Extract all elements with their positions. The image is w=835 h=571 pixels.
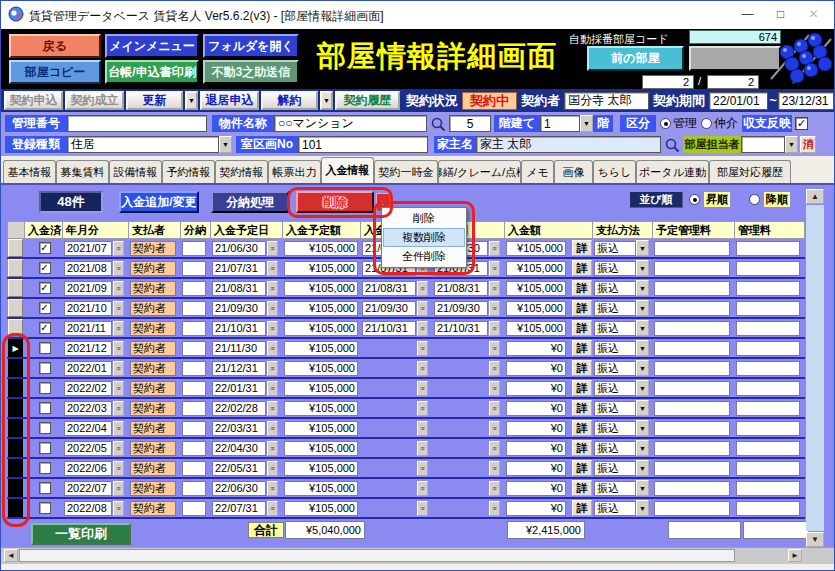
calendar-icon[interactable]: ≡ (489, 361, 500, 376)
calendar-icon[interactable]: ≡ (417, 341, 428, 356)
calendar-icon[interactable]: ≡ (113, 301, 124, 316)
fee-field[interactable] (736, 501, 800, 516)
paid-checkbox[interactable]: ✓ (39, 322, 51, 334)
calendar-icon[interactable]: ≡ (489, 281, 500, 296)
split-field[interactable] (182, 341, 206, 356)
scroll-left-icon[interactable]: ◄ (4, 549, 18, 562)
row-selector-cell[interactable] (8, 459, 23, 477)
due-date-field[interactable]: 21/06/30 (212, 241, 266, 256)
kanri-no-field[interactable] (67, 115, 207, 132)
row-selector[interactable] (7, 359, 25, 377)
process-date-field[interactable] (434, 441, 488, 456)
plan-fee-field[interactable] (654, 481, 730, 496)
month-field[interactable]: 2021/09 (64, 281, 112, 296)
staff-combo[interactable]: ▼ (741, 136, 798, 153)
fee-field[interactable] (736, 241, 800, 256)
chevron-down-icon[interactable]: ▼ (636, 300, 649, 316)
row-selector-cell[interactable] (8, 359, 23, 377)
method-combo[interactable]: 振込▼ (594, 260, 649, 276)
calendar-icon[interactable]: ≡ (417, 421, 428, 436)
prev-room-button[interactable]: 前の部屋 (587, 46, 684, 71)
calendar-icon[interactable]: ≡ (267, 501, 278, 516)
row-selector[interactable] (7, 479, 25, 497)
plan-fee-field[interactable] (654, 461, 730, 476)
calendar-icon[interactable]: ≡ (417, 381, 428, 396)
kubun-radio-chukai[interactable]: 仲介 (701, 115, 738, 132)
paid-checkbox[interactable]: ✓ (39, 242, 51, 254)
due-date-field[interactable]: 22/03/31 (212, 421, 266, 436)
vertical-scrollbar[interactable] (806, 205, 824, 531)
month-field[interactable]: 2022/07 (64, 481, 112, 496)
row-selector-cell[interactable] (8, 479, 23, 497)
plan-fee-field[interactable] (654, 341, 730, 356)
current-row-arrow-icon[interactable]: ▶ (8, 339, 23, 357)
calendar-icon[interactable]: ≡ (267, 421, 278, 436)
due-amount-field[interactable]: ¥105,000 (284, 421, 358, 436)
row-selector[interactable] (7, 379, 25, 397)
fee-field[interactable] (736, 321, 800, 336)
detail-button[interactable]: 詳 (572, 380, 592, 396)
payer-field[interactable]: 契約者 (130, 461, 176, 476)
detail-button[interactable]: 詳 (572, 300, 592, 316)
context-menu-item-2[interactable]: 全件削除 (383, 247, 465, 266)
paid-checkbox[interactable]: ✓ (39, 302, 51, 314)
calendar-icon[interactable]: ≡ (417, 441, 428, 456)
paid-checkbox[interactable] (39, 442, 51, 454)
calendar-icon[interactable]: ≡ (267, 241, 278, 256)
calendar-icon[interactable]: ≡ (113, 361, 124, 376)
tab-0[interactable]: 基本情報 (3, 160, 56, 183)
horizontal-scrollbar-thumb[interactable] (19, 549, 735, 562)
due-date-field[interactable]: 21/09/30 (212, 301, 266, 316)
back-button[interactable]: 戻る (9, 34, 101, 58)
pay-date-field[interactable] (362, 421, 416, 436)
calendar-icon[interactable]: ≡ (267, 301, 278, 316)
fee-field[interactable] (736, 421, 800, 436)
floors-combo[interactable]: 1 ▼ (540, 115, 593, 132)
split-field[interactable] (182, 261, 206, 276)
detail-button[interactable]: 詳 (572, 440, 592, 456)
search-icon[interactable] (664, 137, 680, 153)
amount-field[interactable]: ¥0 (506, 361, 566, 376)
payer-field[interactable]: 契約者 (130, 401, 176, 416)
tab-11[interactable]: ちらし (593, 160, 636, 183)
method-combo[interactable]: 振込▼ (594, 340, 649, 356)
split-field[interactable] (182, 421, 206, 436)
chevron-down-icon[interactable]: ▼ (580, 115, 593, 132)
page-current-field[interactable]: 2 (642, 75, 694, 89)
process-date-field[interactable] (434, 501, 488, 516)
due-amount-field[interactable]: ¥105,000 (284, 461, 358, 476)
search-icon[interactable] (430, 116, 446, 132)
amount-field[interactable]: ¥105,000 (506, 241, 566, 256)
detail-button[interactable]: 詳 (572, 480, 592, 496)
plan-fee-field[interactable] (654, 421, 730, 436)
row-selector-cell[interactable] (8, 279, 23, 297)
tab-9[interactable]: メモ (521, 160, 554, 183)
payer-field[interactable]: 契約者 (130, 381, 176, 396)
calendar-icon[interactable]: ≡ (417, 281, 428, 296)
amount-field[interactable]: ¥105,000 (506, 321, 566, 336)
pay-date-field[interactable] (362, 481, 416, 496)
row-selector-cell[interactable] (8, 259, 23, 277)
chevron-down-icon[interactable]: ▼ (636, 260, 649, 276)
open-folder-button[interactable]: フォルダを開く (203, 34, 299, 58)
fee-field[interactable] (736, 301, 800, 316)
chevron-down-icon[interactable]: ▼ (185, 91, 198, 110)
row-selector-cell[interactable] (8, 239, 23, 257)
chevron-down-icon[interactable]: ▼ (636, 280, 649, 296)
due-date-field[interactable]: 21/11/30 (212, 341, 266, 356)
split-field[interactable] (182, 301, 206, 316)
row-selector[interactable] (7, 419, 25, 437)
fee-field[interactable] (736, 441, 800, 456)
row-selector[interactable] (7, 259, 25, 277)
contractor-field[interactable]: 国分寺 太郎 (564, 92, 649, 110)
detail-button[interactable]: 詳 (572, 260, 592, 276)
detail-button[interactable]: 詳 (572, 240, 592, 256)
tab-2[interactable]: 設備情報 (109, 160, 162, 183)
clear-staff-button[interactable]: 消 (800, 136, 816, 153)
maximize-button[interactable]: □ (764, 3, 797, 25)
month-field[interactable]: 2022/03 (64, 401, 112, 416)
method-combo[interactable]: 振込▼ (594, 280, 649, 296)
chevron-down-icon[interactable]: ▼ (219, 136, 232, 153)
plan-fee-field[interactable] (654, 361, 730, 376)
calendar-icon[interactable]: ≡ (489, 401, 500, 416)
